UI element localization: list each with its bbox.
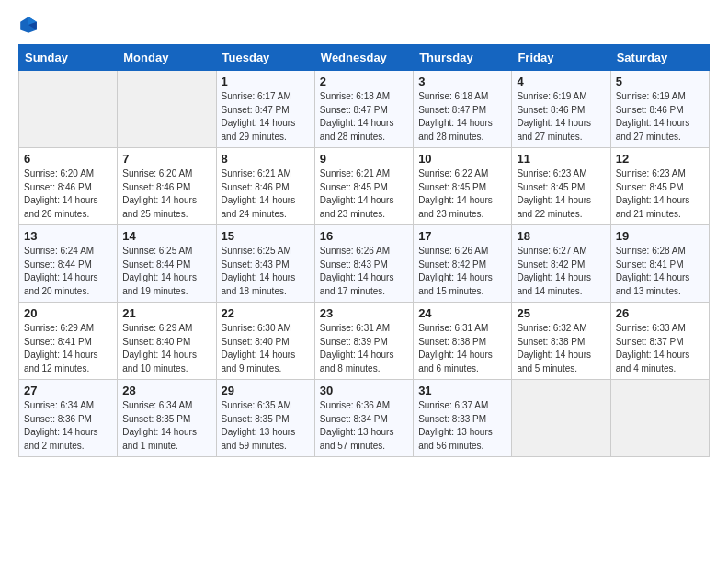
calendar-cell: 11Sunrise: 6:23 AM Sunset: 8:45 PM Dayli… — [512, 148, 610, 225]
calendar-week-3: 13Sunrise: 6:24 AM Sunset: 8:44 PM Dayli… — [19, 225, 710, 303]
day-number: 23 — [320, 306, 408, 320]
day-info: Sunrise: 6:17 AM Sunset: 8:47 PM Dayligh… — [222, 90, 310, 144]
calendar-cell: 14Sunrise: 6:25 AM Sunset: 8:44 PM Dayli… — [118, 225, 216, 303]
day-number: 3 — [418, 75, 506, 88]
day-info: Sunrise: 6:29 AM Sunset: 8:40 PM Dayligh… — [122, 322, 210, 375]
day-info: Sunrise: 6:26 AM Sunset: 8:42 PM Dayligh… — [418, 245, 506, 298]
weekday-header-row: SundayMondayTuesdayWednesdayThursdayFrid… — [19, 45, 710, 71]
day-number: 14 — [122, 229, 210, 243]
day-info: Sunrise: 6:36 AM Sunset: 8:34 PM Dayligh… — [320, 399, 408, 453]
day-number: 13 — [24, 229, 112, 243]
calendar-cell: 4Sunrise: 6:19 AM Sunset: 8:46 PM Daylig… — [512, 71, 610, 148]
calendar-cell — [512, 380, 610, 457]
day-number: 19 — [616, 229, 704, 243]
day-number: 9 — [320, 152, 408, 166]
day-number: 21 — [122, 306, 210, 320]
calendar-cell: 23Sunrise: 6:31 AM Sunset: 8:39 PM Dayli… — [314, 303, 413, 380]
day-number: 28 — [122, 384, 210, 397]
day-info: Sunrise: 6:28 AM Sunset: 8:41 PM Dayligh… — [616, 245, 704, 298]
calendar-cell: 17Sunrise: 6:26 AM Sunset: 8:42 PM Dayli… — [414, 225, 512, 303]
calendar-week-2: 6Sunrise: 6:20 AM Sunset: 8:46 PM Daylig… — [19, 148, 710, 225]
calendar-cell: 1Sunrise: 6:17 AM Sunset: 8:47 PM Daylig… — [216, 71, 314, 148]
header — [18, 15, 710, 35]
day-info: Sunrise: 6:21 AM Sunset: 8:45 PM Dayligh… — [320, 167, 408, 221]
day-info: Sunrise: 6:19 AM Sunset: 8:46 PM Dayligh… — [616, 90, 704, 144]
day-info: Sunrise: 6:20 AM Sunset: 8:46 PM Dayligh… — [122, 167, 210, 221]
day-info: Sunrise: 6:25 AM Sunset: 8:44 PM Dayligh… — [122, 245, 210, 298]
day-info: Sunrise: 6:33 AM Sunset: 8:37 PM Dayligh… — [616, 322, 704, 375]
day-number: 17 — [418, 229, 506, 243]
day-number: 2 — [320, 75, 408, 88]
day-info: Sunrise: 6:18 AM Sunset: 8:47 PM Dayligh… — [418, 90, 506, 144]
day-info: Sunrise: 6:31 AM Sunset: 8:38 PM Dayligh… — [418, 322, 506, 375]
weekday-header-saturday: Saturday — [610, 45, 709, 71]
day-info: Sunrise: 6:20 AM Sunset: 8:46 PM Dayligh… — [24, 167, 112, 221]
day-info: Sunrise: 6:24 AM Sunset: 8:44 PM Dayligh… — [24, 245, 112, 298]
calendar-cell: 27Sunrise: 6:34 AM Sunset: 8:36 PM Dayli… — [19, 380, 118, 457]
day-number: 18 — [517, 229, 605, 243]
day-number: 24 — [418, 306, 506, 320]
calendar-table: SundayMondayTuesdayWednesdayThursdayFrid… — [18, 44, 710, 457]
calendar-cell: 13Sunrise: 6:24 AM Sunset: 8:44 PM Dayli… — [19, 225, 118, 303]
day-number: 27 — [24, 384, 112, 397]
day-info: Sunrise: 6:19 AM Sunset: 8:46 PM Dayligh… — [517, 90, 605, 144]
day-info: Sunrise: 6:37 AM Sunset: 8:33 PM Dayligh… — [418, 399, 506, 453]
day-info: Sunrise: 6:18 AM Sunset: 8:47 PM Dayligh… — [320, 90, 408, 144]
day-info: Sunrise: 6:22 AM Sunset: 8:45 PM Dayligh… — [418, 167, 506, 221]
day-info: Sunrise: 6:21 AM Sunset: 8:46 PM Dayligh… — [222, 167, 310, 221]
day-number: 31 — [418, 384, 506, 397]
calendar-week-4: 20Sunrise: 6:29 AM Sunset: 8:41 PM Dayli… — [19, 303, 710, 380]
calendar-cell: 29Sunrise: 6:35 AM Sunset: 8:35 PM Dayli… — [216, 380, 314, 457]
day-number: 22 — [222, 306, 310, 320]
day-info: Sunrise: 6:31 AM Sunset: 8:39 PM Dayligh… — [320, 322, 408, 375]
calendar-cell: 10Sunrise: 6:22 AM Sunset: 8:45 PM Dayli… — [414, 148, 512, 225]
day-number: 26 — [616, 306, 704, 320]
calendar-cell: 15Sunrise: 6:25 AM Sunset: 8:43 PM Dayli… — [216, 225, 314, 303]
calendar-cell: 26Sunrise: 6:33 AM Sunset: 8:37 PM Dayli… — [610, 303, 709, 380]
calendar-cell: 19Sunrise: 6:28 AM Sunset: 8:41 PM Dayli… — [610, 225, 709, 303]
day-info: Sunrise: 6:25 AM Sunset: 8:43 PM Dayligh… — [222, 245, 310, 298]
calendar-cell: 8Sunrise: 6:21 AM Sunset: 8:46 PM Daylig… — [216, 148, 314, 225]
day-info: Sunrise: 6:30 AM Sunset: 8:40 PM Dayligh… — [222, 322, 310, 375]
day-number: 15 — [222, 229, 310, 243]
calendar-cell — [118, 71, 216, 148]
day-info: Sunrise: 6:27 AM Sunset: 8:42 PM Dayligh… — [517, 245, 605, 298]
calendar-cell — [19, 71, 118, 148]
day-number: 1 — [222, 75, 310, 88]
weekday-header-wednesday: Wednesday — [314, 45, 413, 71]
day-number: 12 — [616, 152, 704, 166]
calendar-cell: 9Sunrise: 6:21 AM Sunset: 8:45 PM Daylig… — [314, 148, 413, 225]
day-number: 11 — [517, 152, 605, 166]
weekday-header-friday: Friday — [512, 45, 610, 71]
day-info: Sunrise: 6:29 AM Sunset: 8:41 PM Dayligh… — [24, 322, 112, 375]
day-number: 29 — [222, 384, 310, 397]
calendar-cell: 22Sunrise: 6:30 AM Sunset: 8:40 PM Dayli… — [216, 303, 314, 380]
day-number: 7 — [122, 152, 210, 166]
day-number: 25 — [517, 306, 605, 320]
day-info: Sunrise: 6:32 AM Sunset: 8:38 PM Dayligh… — [517, 322, 605, 375]
day-number: 16 — [320, 229, 408, 243]
weekday-header-tuesday: Tuesday — [216, 45, 314, 71]
logo — [18, 15, 42, 35]
calendar-cell: 12Sunrise: 6:23 AM Sunset: 8:45 PM Dayli… — [610, 148, 709, 225]
weekday-header-thursday: Thursday — [414, 45, 512, 71]
day-number: 20 — [24, 306, 112, 320]
calendar-cell: 2Sunrise: 6:18 AM Sunset: 8:47 PM Daylig… — [314, 71, 413, 148]
day-number: 10 — [418, 152, 506, 166]
calendar-cell: 3Sunrise: 6:18 AM Sunset: 8:47 PM Daylig… — [414, 71, 512, 148]
day-number: 6 — [24, 152, 112, 166]
calendar-cell: 6Sunrise: 6:20 AM Sunset: 8:46 PM Daylig… — [19, 148, 118, 225]
day-info: Sunrise: 6:35 AM Sunset: 8:35 PM Dayligh… — [222, 399, 310, 453]
day-info: Sunrise: 6:34 AM Sunset: 8:35 PM Dayligh… — [122, 399, 210, 453]
calendar-cell: 31Sunrise: 6:37 AM Sunset: 8:33 PM Dayli… — [414, 380, 512, 457]
weekday-header-monday: Monday — [118, 45, 216, 71]
calendar-cell: 25Sunrise: 6:32 AM Sunset: 8:38 PM Dayli… — [512, 303, 610, 380]
calendar-cell: 30Sunrise: 6:36 AM Sunset: 8:34 PM Dayli… — [314, 380, 413, 457]
day-info: Sunrise: 6:23 AM Sunset: 8:45 PM Dayligh… — [616, 167, 704, 221]
day-number: 30 — [320, 384, 408, 397]
calendar-cell: 18Sunrise: 6:27 AM Sunset: 8:42 PM Dayli… — [512, 225, 610, 303]
calendar-cell: 21Sunrise: 6:29 AM Sunset: 8:40 PM Dayli… — [118, 303, 216, 380]
calendar-cell: 5Sunrise: 6:19 AM Sunset: 8:46 PM Daylig… — [610, 71, 709, 148]
calendar-week-1: 1Sunrise: 6:17 AM Sunset: 8:47 PM Daylig… — [19, 71, 710, 148]
page: SundayMondayTuesdayWednesdayThursdayFrid… — [0, 0, 728, 563]
